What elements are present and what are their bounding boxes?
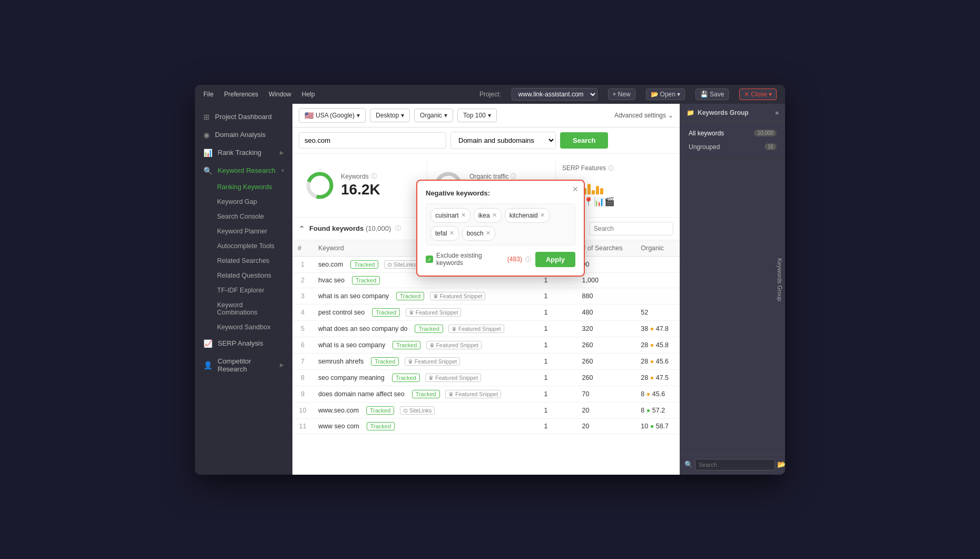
tracked-badge: Tracked: [366, 406, 394, 415]
sidebar-sub-ranking-keywords[interactable]: Ranking Keywords: [195, 180, 292, 194]
row-organic: 28 ● 45.6: [635, 353, 680, 369]
sidebar-sub-search-console[interactable]: Search Console: [195, 209, 292, 224]
exclude-info-icon: ⓘ: [525, 256, 531, 263]
table-row[interactable]: 8 seo company meaning Tracked ♛ Featured…: [292, 369, 680, 386]
row-num: 6: [292, 337, 313, 353]
sidebar-sub-related-questions[interactable]: Related Questions: [195, 268, 292, 283]
open-button[interactable]: 📂 Open ▾: [646, 89, 685, 100]
negative-keywords-popup[interactable]: ✕ Negative keywords: cuisinart ✕ ikea ✕ …: [416, 180, 585, 277]
domain-input[interactable]: [299, 132, 446, 149]
new-icon: +: [613, 91, 616, 98]
table-row[interactable]: 7 semrush ahrefs Tracked ♛ Featured Snip…: [292, 353, 680, 369]
save-button[interactable]: 💾 Save: [695, 89, 729, 100]
tag-cuisinart-remove[interactable]: ✕: [461, 212, 466, 219]
serp-icon: 📈: [203, 339, 212, 348]
flag-icon: 🇺🇸: [305, 111, 313, 120]
tag-ikea-remove[interactable]: ✕: [492, 212, 497, 219]
table-row[interactable]: 9 does domain name affect seo Tracked ♛ …: [292, 386, 680, 402]
menu-file[interactable]: File: [203, 91, 213, 98]
tag-bosch-remove[interactable]: ✕: [486, 230, 491, 237]
close-icon: ✕: [744, 91, 749, 98]
table-row[interactable]: 11 www seo com Tracked 1 20 10 ● 58.7: [292, 418, 680, 434]
table-row[interactable]: 3 what is an seo company Tracked ♛ Featu…: [292, 288, 680, 304]
serp-info-icon: ⓘ: [608, 164, 614, 172]
tag-cuisinart: cuisinart ✕: [430, 208, 471, 223]
sidebar-sub-keyword-sandbox[interactable]: Keyword Sandbox: [195, 320, 292, 335]
competitor-icon: 👤: [203, 361, 212, 369]
collapse-icon[interactable]: ⌃: [299, 224, 305, 233]
top-dropdown[interactable]: Top 100 ▾: [457, 109, 497, 122]
sidebar-item-keyword-research[interactable]: 🔍 Keyword Research ▾: [195, 162, 292, 180]
menu-window[interactable]: Window: [269, 91, 291, 98]
tag-bosch: bosch ✕: [462, 226, 495, 241]
exclude-checkbox[interactable]: ✓: [426, 256, 433, 263]
table-search-input[interactable]: [589, 222, 673, 236]
mode-dropdown[interactable]: Organic ▾: [414, 109, 453, 122]
right-panel-ungrouped[interactable]: Ungrouped 16: [687, 140, 779, 154]
close-button[interactable]: ✕ Close ▾: [739, 89, 777, 100]
table-row[interactable]: 6 what is a seo company Tracked ♛ Featur…: [292, 337, 680, 353]
add-group-button[interactable]: 📂: [777, 460, 785, 468]
menu-help[interactable]: Help: [302, 91, 315, 98]
row-searches: 260: [577, 369, 636, 386]
sidebar-item-project-dashboard[interactable]: ⊞ Project Dashboard: [195, 108, 292, 126]
tag-kitchenaid-remove[interactable]: ✕: [540, 212, 545, 219]
apply-button[interactable]: Apply: [535, 252, 575, 267]
exclude-checkbox-label[interactable]: ✓ Exclude existing keywords (483) ⓘ: [426, 252, 531, 267]
row-organic: 8 ● 45.6: [635, 386, 680, 402]
table-row[interactable]: 5 what does an seo company do Tracked ♛ …: [292, 320, 680, 337]
popup-title: Negative keywords:: [426, 189, 575, 197]
advanced-settings-button[interactable]: Advanced settings ⌄: [614, 112, 673, 119]
right-panel-all-keywords[interactable]: All keywords 10,000: [687, 126, 779, 140]
sidebar-sub-tfidf[interactable]: TF-IDF Explorer: [195, 283, 292, 298]
rank-tracking-chevron: ▶: [280, 150, 284, 155]
sidebar-item-competitor-research[interactable]: 👤 Competitor Research ▶: [195, 352, 292, 378]
row-searches: 260: [577, 353, 636, 369]
row-searches: 480: [577, 304, 636, 320]
project-select[interactable]: www.link-assistant.com: [512, 88, 597, 101]
table-row[interactable]: 10 www.seo.com Tracked ⊙ SiteLinks 1 20 …: [292, 402, 680, 418]
country-dropdown[interactable]: 🇺🇸 USA (Google) ▾: [299, 108, 366, 123]
sidebar-sub-autocomplete[interactable]: Autocomplete Tools: [195, 239, 292, 253]
save-icon: 💾: [700, 91, 708, 98]
keywords-group-tab[interactable]: Keywords Group: [775, 252, 785, 308]
row-num: 7: [292, 353, 313, 369]
row-keyword: semrush ahrefs Tracked ♛ Featured Snippe…: [313, 353, 539, 369]
advanced-chevron-icon: ⌄: [668, 112, 673, 119]
right-panel-group: All keywords 10,000 Ungrouped 16: [680, 122, 785, 159]
sidebar-sub-keyword-combinations[interactable]: Keyword Combinations: [195, 298, 292, 320]
right-panel: 📁 Keywords Group » All keywords 10,000 U…: [680, 104, 785, 475]
device-dropdown[interactable]: Desktop ▾: [370, 109, 410, 122]
sidebar-sub-keyword-gap[interactable]: Keyword Gap: [195, 194, 292, 209]
new-button[interactable]: + New: [608, 89, 635, 100]
keywords-stat: Keywords ⓘ 16.2K: [299, 160, 416, 211]
menu-preferences[interactable]: Preferences: [224, 91, 258, 98]
row-searches: 880: [577, 288, 636, 304]
right-panel-header: 📁 Keywords Group »: [680, 104, 785, 122]
right-panel-search-input[interactable]: [695, 459, 775, 470]
exclude-count: (483): [507, 256, 522, 263]
popup-close-button[interactable]: ✕: [572, 185, 579, 193]
col-searches: # of Searches: [577, 240, 636, 257]
tag-tefal-remove[interactable]: ✕: [449, 230, 454, 237]
search-icon: 🔍: [684, 460, 693, 468]
keyword-research-chevron: ▾: [281, 168, 284, 173]
ungrouped-badge: 16: [765, 143, 777, 150]
sidebar-sub-keyword-planner[interactable]: Keyword Planner: [195, 224, 292, 239]
sidebar-item-serp-analysis[interactable]: 📈 SERP Analysis: [195, 335, 292, 352]
competitor-chevron: ▶: [280, 362, 284, 368]
sidebar-item-domain-analysis[interactable]: ◉ Domain Analysis: [195, 126, 292, 144]
organic-info-icon: ⓘ: [511, 172, 516, 180]
row-rank: 1: [539, 320, 577, 337]
found-count: (10,000): [366, 224, 391, 232]
expand-icon[interactable]: »: [775, 109, 779, 116]
table-row[interactable]: 4 pest control seo Tracked ♛ Featured Sn…: [292, 304, 680, 320]
search-button[interactable]: Search: [560, 132, 608, 149]
tracked-badge: Tracked: [392, 374, 420, 382]
row-keyword: what is an seo company Tracked ♛ Feature…: [313, 288, 539, 304]
domain-scope-select[interactable]: Domain and subdomains: [450, 132, 556, 149]
sidebar-item-rank-tracking[interactable]: 📊 Rank Tracking ▶: [195, 144, 292, 162]
row-keyword: pest control seo Tracked ♛ Featured Snip…: [313, 304, 539, 320]
popup-footer: ✓ Exclude existing keywords (483) ⓘ Appl…: [426, 252, 575, 267]
sidebar-sub-related-searches[interactable]: Related Searches: [195, 253, 292, 268]
